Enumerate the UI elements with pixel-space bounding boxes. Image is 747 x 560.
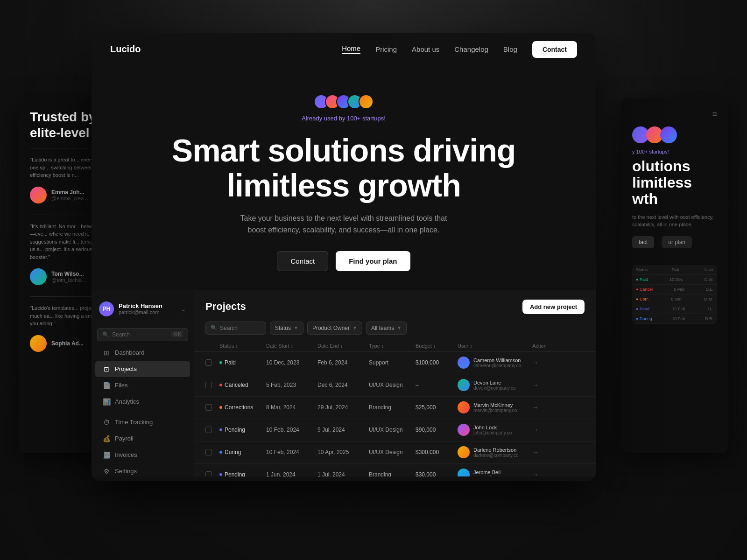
brand-logo: Lucido: [110, 44, 141, 55]
reviewer2-avatar: [30, 268, 47, 285]
right-panel-contact-btn[interactable]: tact: [632, 236, 654, 248]
user-cell: Marvin McKinney marvin@company.co: [458, 401, 532, 413]
payroll-icon: 💰: [103, 435, 110, 442]
hero-section: Already used by 100+ startups! Smart sol…: [92, 66, 596, 290]
sidebar-item-dashboard[interactable]: ⊞ Dashboard: [95, 345, 190, 361]
row-checkbox[interactable]: [205, 449, 212, 455]
row-action-arrow[interactable]: →: [532, 404, 560, 411]
sidebar-label-timetracking: Time Tracking: [115, 419, 153, 426]
owner-chevron-icon: ▼: [352, 325, 357, 330]
col-date-end: Date End ↕: [317, 343, 369, 349]
status-cell: Paid: [219, 359, 266, 366]
invoices-icon: 🧾: [103, 451, 110, 459]
sidebar-user: PH Patrick Hansen patrick@mail.com ⌄: [92, 298, 194, 324]
filter-owner-label: Product Owner: [312, 325, 350, 331]
nav-link-changelog[interactable]: Changelog: [454, 45, 488, 53]
row-action-arrow[interactable]: →: [532, 448, 560, 456]
budget-cell: $100,000: [416, 359, 458, 366]
date-end-cell: Feb 6, 2024: [317, 359, 369, 366]
sidebar-item-invoices[interactable]: 🧾 Invoices: [95, 447, 190, 463]
filter-product-owner[interactable]: Product Owner ▼: [307, 322, 362, 335]
nav-links: Home Pricing About us Changelog Blog: [342, 44, 517, 54]
nav-link-pricing[interactable]: Pricing: [375, 45, 397, 53]
right-panel-mini-table: StatusDateUser ● Paid10 DecC.W. ● Cancel…: [632, 265, 717, 324]
date-start-cell: 1 Jun, 2024: [266, 471, 317, 476]
projects-icon: ⊡: [103, 365, 110, 373]
table-row: Corrections 8 Mar, 2024 29 Jul, 2024 Bra…: [194, 397, 596, 419]
hero-avatar-stack: [110, 94, 577, 109]
app-window: PH Patrick Hansen patrick@mail.com ⌄ 🔍 S…: [92, 290, 596, 476]
dashboard-icon: ⊞: [103, 349, 110, 357]
table-row: Pending 1 Jun, 2024 1 Jul, 2024 Branding…: [194, 464, 596, 476]
date-start-cell: 8 Mar, 2024: [266, 404, 317, 411]
filter-status[interactable]: Status ▼: [270, 322, 303, 335]
date-start-cell: 5 Feb, 2023: [266, 382, 317, 388]
row-checkbox[interactable]: [205, 427, 212, 433]
col-type: Type ↕: [369, 343, 416, 349]
hero-subtitle: Take your business to the next level wit…: [232, 212, 456, 236]
user-avatar-cell: [458, 469, 470, 476]
sidebar-item-payroll[interactable]: 💰 Payroll: [95, 431, 190, 447]
reviewer1-info: Emma Joh... @emma_crea...: [51, 189, 88, 201]
budget-cell: $90,000: [416, 427, 458, 433]
sidebar-item-timetracking[interactable]: ⏱ Time Tracking: [95, 414, 190, 430]
right-panel-avatar3: [660, 126, 677, 143]
sidebar: PH Patrick Hansen patrick@mail.com ⌄ 🔍 S…: [92, 290, 194, 476]
sidebar-item-settings[interactable]: ⚙ Settings: [95, 463, 190, 479]
navbar: Lucido Home Pricing About us Changelog B…: [92, 33, 596, 66]
table-row: During 10 Feb, 2024 10 Apr, 2025 UI/UX D…: [194, 441, 596, 464]
sidebar-item-projects[interactable]: ⊡ Projects: [95, 361, 190, 377]
user-email: patrick@mail.com: [119, 309, 176, 315]
row-checkbox[interactable]: [205, 382, 212, 388]
row-action-arrow[interactable]: →: [532, 381, 560, 389]
filter-search-label: Search: [220, 325, 238, 331]
col-budget: Budget ↕: [416, 343, 458, 349]
right-panel-title: olutions limitless wth: [632, 158, 717, 208]
hero-contact-button[interactable]: Contact: [277, 251, 328, 271]
sidebar-item-analytics[interactable]: 📊 Analytics: [95, 394, 190, 410]
sidebar-search[interactable]: 🔍 Search ⌘K: [97, 328, 188, 341]
row-checkbox[interactable]: [205, 404, 212, 411]
hero-plan-button[interactable]: Find your plan: [336, 251, 410, 271]
sidebar-label-invoices: Invoices: [115, 451, 137, 458]
row-checkbox[interactable]: [205, 471, 212, 476]
status-cell: Canceled: [219, 382, 266, 388]
nav-link-home[interactable]: Home: [342, 44, 360, 54]
right-panel-plan-btn[interactable]: ur plan: [662, 236, 692, 248]
nav-contact-button[interactable]: Contact: [532, 41, 577, 58]
main-content: Projects Add new project 🔍 Search Status…: [194, 290, 596, 476]
col-status: Status ↕: [219, 343, 266, 349]
filter-search[interactable]: 🔍 Search: [205, 322, 266, 335]
col-action: Action: [532, 343, 560, 349]
row-action-arrow[interactable]: →: [532, 426, 560, 434]
reviewer1-handle: @emma_crea...: [51, 196, 88, 201]
hero-buttons: Contact Find your plan: [110, 251, 577, 271]
projects-table: Status ↕ Date Start ↕ Date End ↕ Type ↕ …: [194, 340, 596, 476]
reviewer2-name: Tom Wilso...: [51, 271, 86, 277]
status-dot-during: [219, 451, 222, 454]
user-avatar-cell: [458, 424, 470, 436]
status-dot-pending: [219, 428, 222, 431]
user-cell: Devon Lane devon@company.co: [458, 379, 532, 391]
user-cell: John Lock john@company.co: [458, 424, 532, 436]
hero-title: Smart solutions driving limitless growth: [110, 133, 577, 203]
add-project-button[interactable]: Add new project: [522, 300, 585, 314]
date-end-cell: 9 Jul, 2024: [317, 427, 369, 433]
row-action-arrow[interactable]: →: [532, 471, 560, 476]
nav-link-blog[interactable]: Blog: [503, 45, 517, 53]
projects-title: Projects: [205, 301, 246, 313]
type-cell: Branding: [369, 404, 416, 411]
sidebar-item-files[interactable]: 📄 Files: [95, 378, 190, 393]
row-checkbox[interactable]: [205, 359, 212, 366]
nav-link-about[interactable]: About us: [412, 45, 439, 53]
user-chevron-icon: ⌄: [181, 305, 186, 313]
filter-all-teams[interactable]: All teams ▼: [366, 322, 407, 335]
main-window: Lucido Home Pricing About us Changelog B…: [92, 33, 596, 481]
search-label: Search: [112, 331, 169, 338]
right-panel-subtitle: to the next level with oost efficiency, …: [632, 213, 717, 229]
files-icon: 📄: [103, 382, 110, 389]
budget-cell: $300,000: [416, 449, 458, 455]
row-action-arrow[interactable]: →: [532, 359, 560, 366]
user-avatar-cell: [458, 446, 470, 458]
budget-cell: $25,000: [416, 404, 458, 411]
